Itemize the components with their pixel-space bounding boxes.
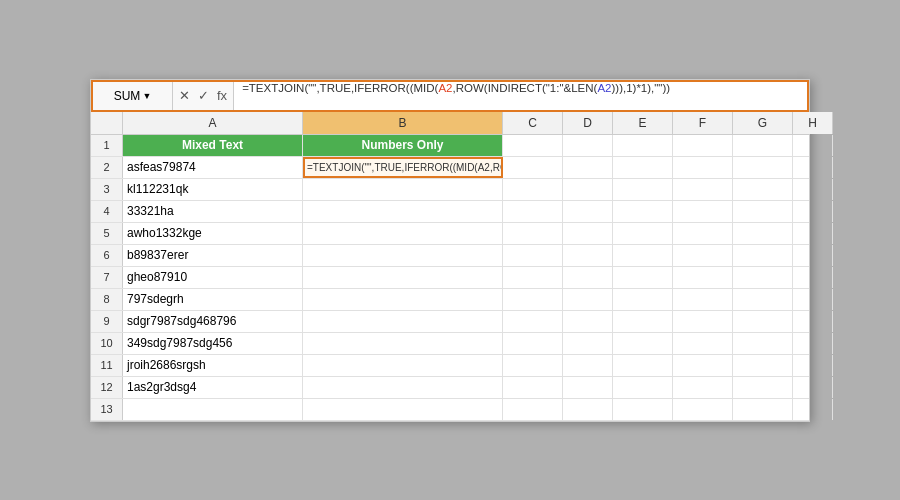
cell-f2[interactable] — [673, 157, 733, 178]
cell-b1[interactable]: Numbers Only — [303, 135, 503, 156]
cell-c1[interactable] — [503, 135, 563, 156]
cell-f10[interactable] — [673, 333, 733, 354]
cell-a9[interactable]: sdgr7987sdg468796 — [123, 311, 303, 332]
cell-d3[interactable] — [563, 179, 613, 200]
cell-b7[interactable] — [303, 267, 503, 288]
cell-d1[interactable] — [563, 135, 613, 156]
cell-a8[interactable]: 797sdegrh — [123, 289, 303, 310]
cell-a10[interactable]: 349sdg7987sdg456 — [123, 333, 303, 354]
cell-b4[interactable] — [303, 201, 503, 222]
cell-h3[interactable] — [793, 179, 833, 200]
name-box[interactable]: SUM ▼ — [93, 82, 173, 110]
cell-a3[interactable]: kl112231qk — [123, 179, 303, 200]
cell-h2[interactable] — [793, 157, 833, 178]
cell-d8[interactable] — [563, 289, 613, 310]
cell-g4[interactable] — [733, 201, 793, 222]
cell-d5[interactable] — [563, 223, 613, 244]
cell-d13[interactable] — [563, 399, 613, 420]
cell-d11[interactable] — [563, 355, 613, 376]
cell-b6[interactable] — [303, 245, 503, 266]
cell-a4[interactable]: 33321ha — [123, 201, 303, 222]
cell-g8[interactable] — [733, 289, 793, 310]
cancel-icon[interactable]: ✕ — [177, 88, 192, 103]
cell-c10[interactable] — [503, 333, 563, 354]
cell-g13[interactable] — [733, 399, 793, 420]
cell-d10[interactable] — [563, 333, 613, 354]
cell-d2[interactable] — [563, 157, 613, 178]
cell-e7[interactable] — [613, 267, 673, 288]
cell-f6[interactable] — [673, 245, 733, 266]
cell-a2[interactable]: asfeas79874 — [123, 157, 303, 178]
cell-e12[interactable] — [613, 377, 673, 398]
cell-b11[interactable] — [303, 355, 503, 376]
cell-e9[interactable] — [613, 311, 673, 332]
cell-b13[interactable] — [303, 399, 503, 420]
cell-c12[interactable] — [503, 377, 563, 398]
col-header-b[interactable]: B — [303, 112, 503, 134]
cell-c2[interactable] — [503, 157, 563, 178]
cell-a7[interactable]: gheo87910 — [123, 267, 303, 288]
cell-b10[interactable] — [303, 333, 503, 354]
cell-g7[interactable] — [733, 267, 793, 288]
cell-h12[interactable] — [793, 377, 833, 398]
cell-h8[interactable] — [793, 289, 833, 310]
col-header-h[interactable]: H — [793, 112, 833, 134]
cell-g12[interactable] — [733, 377, 793, 398]
cell-f4[interactable] — [673, 201, 733, 222]
cell-f11[interactable] — [673, 355, 733, 376]
cell-g2[interactable] — [733, 157, 793, 178]
cell-f8[interactable] — [673, 289, 733, 310]
cell-e2[interactable] — [613, 157, 673, 178]
function-icon[interactable]: fx — [215, 88, 229, 103]
cell-h10[interactable] — [793, 333, 833, 354]
cell-e5[interactable] — [613, 223, 673, 244]
col-header-a[interactable]: A — [123, 112, 303, 134]
cell-e13[interactable] — [613, 399, 673, 420]
cell-d6[interactable] — [563, 245, 613, 266]
col-header-d[interactable]: D — [563, 112, 613, 134]
cell-h7[interactable] — [793, 267, 833, 288]
col-header-f[interactable]: F — [673, 112, 733, 134]
cell-a6[interactable]: b89837erer — [123, 245, 303, 266]
cell-b2[interactable]: =TEXTJOIN("",TRUE,IFERROR((MID(A2,ROW(IN… — [303, 157, 503, 178]
cell-e4[interactable] — [613, 201, 673, 222]
cell-b3[interactable] — [303, 179, 503, 200]
cell-f3[interactable] — [673, 179, 733, 200]
cell-g5[interactable] — [733, 223, 793, 244]
cell-d12[interactable] — [563, 377, 613, 398]
cell-b5[interactable] — [303, 223, 503, 244]
cell-h13[interactable] — [793, 399, 833, 420]
cell-e8[interactable] — [613, 289, 673, 310]
cell-c13[interactable] — [503, 399, 563, 420]
formula-input[interactable]: =TEXTJOIN("",TRUE,IFERROR((MID(A2,ROW(IN… — [234, 82, 807, 110]
cell-g10[interactable] — [733, 333, 793, 354]
cell-a13[interactable] — [123, 399, 303, 420]
cell-a12[interactable]: 1as2gr3dsg4 — [123, 377, 303, 398]
cell-g3[interactable] — [733, 179, 793, 200]
cell-h11[interactable] — [793, 355, 833, 376]
cell-c7[interactable] — [503, 267, 563, 288]
cell-a5[interactable]: awho1332kge — [123, 223, 303, 244]
col-header-e[interactable]: E — [613, 112, 673, 134]
cell-f1[interactable] — [673, 135, 733, 156]
cell-e3[interactable] — [613, 179, 673, 200]
cell-h4[interactable] — [793, 201, 833, 222]
cell-f7[interactable] — [673, 267, 733, 288]
cell-d7[interactable] — [563, 267, 613, 288]
cell-h9[interactable] — [793, 311, 833, 332]
cell-f5[interactable] — [673, 223, 733, 244]
cell-c11[interactable] — [503, 355, 563, 376]
confirm-icon[interactable]: ✓ — [196, 88, 211, 103]
cell-f13[interactable] — [673, 399, 733, 420]
name-box-dropdown-icon[interactable]: ▼ — [142, 91, 151, 101]
cell-b9[interactable] — [303, 311, 503, 332]
cell-e11[interactable] — [613, 355, 673, 376]
cell-f12[interactable] — [673, 377, 733, 398]
cell-c5[interactable] — [503, 223, 563, 244]
cell-g11[interactable] — [733, 355, 793, 376]
cell-d9[interactable] — [563, 311, 613, 332]
cell-b12[interactable] — [303, 377, 503, 398]
cell-h6[interactable] — [793, 245, 833, 266]
cell-c3[interactable] — [503, 179, 563, 200]
cell-b8[interactable] — [303, 289, 503, 310]
